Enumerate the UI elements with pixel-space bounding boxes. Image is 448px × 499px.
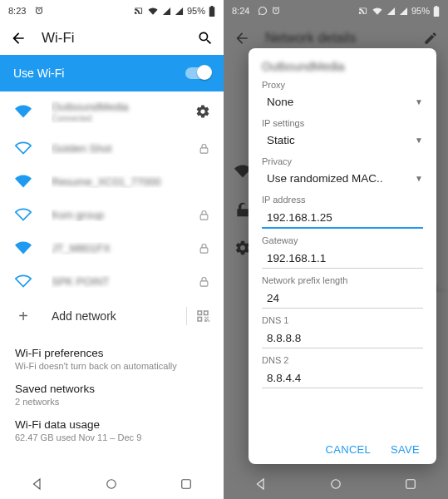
dns2-input[interactable] xyxy=(262,369,423,388)
svg-rect-7 xyxy=(406,480,416,489)
svg-rect-3 xyxy=(200,280,208,285)
pref-title: Wi-Fi preferences xyxy=(15,347,209,359)
network-row[interactable]: Golden Shot xyxy=(0,131,224,165)
lock-icon xyxy=(198,209,210,221)
cast-icon xyxy=(357,7,368,16)
nav-back-icon[interactable] xyxy=(30,477,45,492)
network-name: SPK POINT xyxy=(52,275,198,288)
gateway-label: Gateway xyxy=(262,235,423,245)
battery-icon xyxy=(209,6,215,17)
network-row[interactable]: OutboundMediaConnected xyxy=(0,91,224,131)
lock-icon xyxy=(198,242,210,254)
use-wifi-label: Use Wi-Fi xyxy=(13,67,64,80)
pref-row[interactable]: Wi-Fi preferencesWi-Fi doesn't turn back… xyxy=(15,341,209,377)
nav-home-icon[interactable] xyxy=(328,477,343,492)
whatsapp-icon xyxy=(258,6,268,16)
phone-right: 8:24 95% Network details xyxy=(224,0,448,499)
chevron-down-icon: ▼ xyxy=(415,174,423,183)
nav-home-icon[interactable] xyxy=(104,477,119,492)
nav-back-icon[interactable] xyxy=(254,477,268,492)
svg-rect-1 xyxy=(200,214,208,219)
ip-settings-select[interactable]: Static▼ xyxy=(262,132,423,150)
svg-point-6 xyxy=(332,480,341,489)
privacy-field[interactable]: Privacy Use randomized MAC..▼ xyxy=(262,156,423,188)
plus-icon: + xyxy=(13,307,33,326)
cast-icon xyxy=(133,7,144,16)
pref-title: Wi-Fi data usage xyxy=(15,418,209,431)
dns2-label: DNS 2 xyxy=(262,355,423,365)
svg-rect-0 xyxy=(200,147,208,152)
network-settings-modal: OutboundMedia Proxy None▼ IP settings St… xyxy=(249,48,436,464)
modal-actions: CANCEL SAVE xyxy=(262,438,423,459)
add-network-row[interactable]: + Add network xyxy=(0,298,224,334)
back-icon xyxy=(234,30,250,47)
pref-title: Saved networks xyxy=(15,383,209,395)
pref-row[interactable]: Wi-Fi data usage62.47 GB used Nov 11 – D… xyxy=(15,413,209,448)
wifi-icon xyxy=(13,206,33,223)
chevron-down-icon: ▼ xyxy=(415,97,423,106)
proxy-select[interactable]: None▼ xyxy=(262,94,423,111)
wifi-icon xyxy=(13,173,33,190)
proxy-label: Proxy xyxy=(262,80,423,90)
prefix-input[interactable] xyxy=(262,289,423,309)
pref-subtitle: 62.47 GB used Nov 11 – Dec 9 xyxy=(15,432,209,442)
search-icon[interactable] xyxy=(197,30,214,47)
network-row[interactable]: Resume_XC01_77000 xyxy=(0,165,224,198)
network-row[interactable]: JT_M801FX xyxy=(0,231,224,264)
signal-icon xyxy=(386,7,396,16)
gateway-field[interactable]: Gateway xyxy=(262,235,423,269)
network-name: Resume_XC01_77000 xyxy=(52,175,210,188)
prefix-field[interactable]: Network prefix length xyxy=(262,275,423,309)
dns2-field[interactable]: DNS 2 xyxy=(262,355,423,388)
ip-address-field[interactable]: IP address xyxy=(262,195,423,229)
appbar-title: Wi-Fi xyxy=(42,30,75,47)
wifi-toggle[interactable] xyxy=(185,67,210,79)
ip-address-label: IP address xyxy=(262,195,423,205)
pref-row[interactable]: Saved networks2 networks xyxy=(15,377,209,413)
nav-recent-icon[interactable] xyxy=(403,477,418,492)
prefs-section: Wi-Fi preferencesWi-Fi doesn't turn back… xyxy=(0,334,224,448)
battery-text: 95% xyxy=(411,6,430,16)
lock-icon xyxy=(198,142,210,155)
ip-settings-field[interactable]: IP settings Static▼ xyxy=(262,118,423,150)
signal-icon-2 xyxy=(175,7,184,16)
status-bar: 8:23 95% xyxy=(0,0,224,22)
cancel-button[interactable]: CANCEL xyxy=(326,443,372,456)
back-icon[interactable] xyxy=(10,30,27,47)
gear-icon[interactable] xyxy=(195,104,210,119)
ip-address-input[interactable] xyxy=(262,209,423,229)
privacy-select[interactable]: Use randomized MAC..▼ xyxy=(262,170,423,188)
dns1-label: DNS 1 xyxy=(262,315,423,325)
nav-bar xyxy=(0,469,224,499)
pref-subtitle: 2 networks xyxy=(15,397,209,407)
network-row[interactable]: SPK POINT xyxy=(0,264,224,298)
nav-recent-icon[interactable] xyxy=(179,477,194,492)
battery-icon xyxy=(433,6,440,17)
svg-rect-2 xyxy=(200,247,208,252)
wifi-status-icon xyxy=(372,7,383,16)
chevron-down-icon: ▼ xyxy=(415,136,423,145)
add-network-label: Add network xyxy=(52,309,116,323)
edit-icon xyxy=(423,31,438,46)
dns1-input[interactable] xyxy=(262,329,423,348)
use-wifi-row[interactable]: Use Wi-Fi xyxy=(0,55,224,91)
qr-icon[interactable] xyxy=(195,309,210,324)
svg-point-4 xyxy=(107,480,116,489)
wifi-status-icon xyxy=(147,7,159,16)
save-button[interactable]: SAVE xyxy=(391,443,420,456)
privacy-label: Privacy xyxy=(262,156,423,166)
signal-icon xyxy=(162,7,171,16)
appbar: Wi-Fi xyxy=(0,22,224,55)
wifi-icon xyxy=(13,103,33,120)
wifi-icon xyxy=(13,240,33,256)
dns1-field[interactable]: DNS 1 xyxy=(262,315,423,348)
prefix-label: Network prefix length xyxy=(262,275,423,285)
network-row[interactable]: from group xyxy=(0,198,224,231)
gateway-input[interactable] xyxy=(262,250,423,269)
appbar-title-dimmed: Network details xyxy=(265,31,356,46)
status-time: 8:23 xyxy=(8,6,26,16)
network-name: Golden Shot xyxy=(52,142,198,155)
lock-icon xyxy=(198,275,210,288)
network-name: JT_M801FX xyxy=(52,242,198,254)
proxy-field[interactable]: Proxy None▼ xyxy=(262,80,423,111)
